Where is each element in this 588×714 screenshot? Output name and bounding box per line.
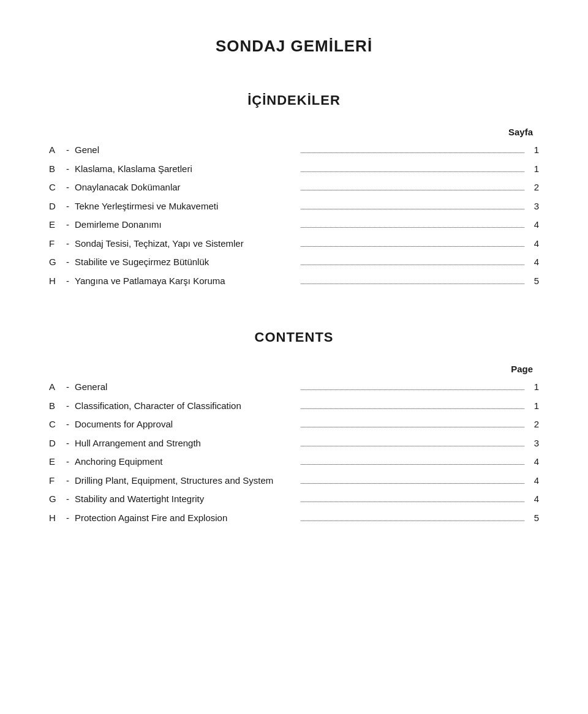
toc-dots	[301, 152, 524, 153]
toc-page-num: 2	[527, 418, 539, 432]
toc-page-num: 5	[527, 511, 539, 525]
toc-letter: C	[49, 181, 66, 195]
toc-label: Klaslama, Klaslama Şaretleri	[75, 162, 298, 176]
toc-letter: A	[49, 380, 66, 394]
toc-dash: -	[66, 255, 75, 269]
toc-page-num: 4	[527, 474, 539, 488]
toc-letter: E	[49, 218, 66, 232]
toc-list-en: A - General 1 B - Classification, Charac…	[49, 380, 539, 525]
toc-entry-en: C - Documents for Approval 2	[49, 418, 539, 432]
toc-letter: E	[49, 455, 66, 469]
toc-letter: C	[49, 418, 66, 432]
toc-page-num: 3	[527, 200, 539, 214]
toc-letter: D	[49, 200, 66, 214]
toc-label: Genel	[75, 143, 298, 157]
toc-dots	[301, 446, 524, 446]
toc-label: Classification, Character of Classificat…	[75, 399, 298, 413]
toc-entry-en: H - Protection Against Fire and Explosio…	[49, 511, 539, 525]
toc-dots	[301, 464, 524, 465]
toc-entry-en: B - Classification, Character of Classif…	[49, 399, 539, 413]
toc-dots	[301, 427, 524, 427]
toc-entry-tr: F - Sondaj Tesisi, Teçhizat, Yapı ve Sis…	[49, 237, 539, 251]
toc-dots	[301, 408, 524, 409]
toc-dash: -	[66, 511, 75, 525]
toc-dash: -	[66, 181, 75, 195]
toc-label: Drilling Plant, Equipment, Structures an…	[75, 474, 298, 488]
toc-label: Stabilite ve Sugeçirmez Bütünlük	[75, 255, 298, 269]
toc-dots	[301, 520, 524, 521]
toc-letter: F	[49, 237, 66, 251]
toc-dots	[301, 483, 524, 484]
toc-dots	[301, 265, 524, 265]
toc-dots	[301, 209, 524, 209]
toc-dash: -	[66, 274, 75, 288]
section-title-tr: İÇİNDEKİLER	[49, 92, 539, 108]
toc-label: General	[75, 380, 298, 394]
toc-letter: B	[49, 162, 66, 176]
toc-letter: H	[49, 511, 66, 525]
toc-entry-tr: B - Klaslama, Klaslama Şaretleri 1	[49, 162, 539, 176]
toc-page-num: 4	[527, 455, 539, 469]
toc-entry-en: E - Anchoring Equipment 4	[49, 455, 539, 469]
toc-dots	[301, 284, 524, 284]
toc-entry-tr: C - Onaylanacak Dokümanlar 2	[49, 181, 539, 195]
toc-list-tr: A - Genel 1 B - Klaslama, Klaslama Şaret…	[49, 143, 539, 288]
toc-dash: -	[66, 455, 75, 469]
toc-dash: -	[66, 399, 75, 413]
toc-label: Demirleme Donanımı	[75, 218, 298, 232]
toc-label: Stability and Watertight Integrity	[75, 492, 298, 506]
toc-page-num: 1	[527, 380, 539, 394]
toc-dots	[301, 190, 524, 190]
toc-label: Documents for Approval	[75, 418, 298, 432]
toc-page-header-tr: Sayfa	[49, 127, 539, 137]
toc-page-num: 2	[527, 181, 539, 195]
toc-entry-en: D - Hull Arrangement and Strength 3	[49, 437, 539, 451]
toc-dash: -	[66, 492, 75, 506]
toc-dash: -	[66, 200, 75, 214]
toc-dash: -	[66, 437, 75, 451]
toc-entry-tr: E - Demirleme Donanımı 4	[49, 218, 539, 232]
toc-page-header-en: Page	[49, 364, 539, 374]
toc-dots	[301, 171, 524, 172]
toc-dots	[301, 389, 524, 390]
toc-entry-en: A - General 1	[49, 380, 539, 394]
toc-page-num: 4	[527, 255, 539, 269]
toc-letter: A	[49, 143, 66, 157]
section-title-en: CONTENTS	[49, 329, 539, 345]
toc-entry-tr: D - Tekne Yerleştirmesi ve Mukavemeti 3	[49, 200, 539, 214]
toc-page-num: 4	[527, 218, 539, 232]
toc-page-num: 1	[527, 399, 539, 413]
toc-letter: B	[49, 399, 66, 413]
page-title-tr: SONDAJ GEMİLERİ	[49, 37, 539, 56]
toc-dash: -	[66, 143, 75, 157]
toc-dash: -	[66, 380, 75, 394]
toc-label: Sondaj Tesisi, Teçhizat, Yapı ve Sisteml…	[75, 237, 298, 251]
toc-label: Hull Arrangement and Strength	[75, 437, 298, 451]
toc-label: Yangına ve Patlamaya Karşı Koruma	[75, 274, 298, 288]
toc-page-num: 4	[527, 492, 539, 506]
toc-dash: -	[66, 237, 75, 251]
toc-letter: H	[49, 274, 66, 288]
toc-dots	[301, 246, 524, 247]
toc-letter: G	[49, 492, 66, 506]
toc-label: Tekne Yerleştirmesi ve Mukavemeti	[75, 200, 298, 214]
toc-label: Protection Against Fire and Explosion	[75, 511, 298, 525]
toc-entry-tr: A - Genel 1	[49, 143, 539, 157]
toc-label: Anchoring Equipment	[75, 455, 298, 469]
toc-dots	[301, 502, 524, 502]
toc-page-num: 1	[527, 162, 539, 176]
toc-page-num: 3	[527, 437, 539, 451]
toc-entry-en: G - Stability and Watertight Integrity 4	[49, 492, 539, 506]
toc-letter: F	[49, 474, 66, 488]
toc-label: Onaylanacak Dokümanlar	[75, 181, 298, 195]
toc-entry-tr: G - Stabilite ve Sugeçirmez Bütünlük 4	[49, 255, 539, 269]
toc-letter: G	[49, 255, 66, 269]
toc-entry-tr: H - Yangına ve Patlamaya Karşı Koruma 5	[49, 274, 539, 288]
toc-letter: D	[49, 437, 66, 451]
toc-dash: -	[66, 218, 75, 232]
toc-page-num: 4	[527, 237, 539, 251]
toc-entry-en: F - Drilling Plant, Equipment, Structure…	[49, 474, 539, 488]
toc-page-num: 5	[527, 274, 539, 288]
toc-dots	[301, 227, 524, 228]
toc-dash: -	[66, 418, 75, 432]
